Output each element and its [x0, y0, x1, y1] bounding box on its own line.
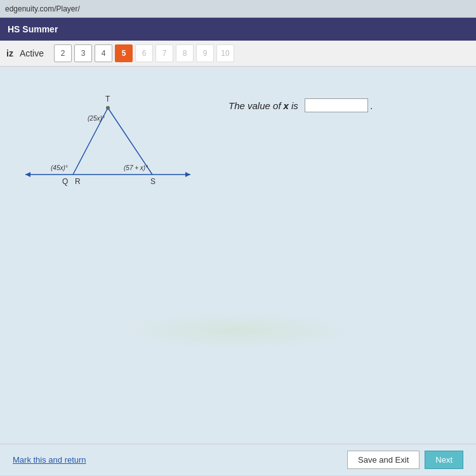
q-btn-4[interactable]: 4 [95, 44, 112, 62]
period: . [371, 100, 373, 111]
footer: Mark this and return Save and Exit Next [0, 444, 476, 475]
active-status: Active [20, 48, 44, 58]
svg-text:T: T [105, 95, 110, 103]
answer-input[interactable] [305, 98, 368, 112]
mark-return-link[interactable]: Mark this and return [13, 455, 86, 465]
svg-text:(57 + x)°: (57 + x)° [124, 164, 148, 171]
q-btn-2[interactable]: 2 [54, 44, 72, 62]
triangle-diagram: T Q R S (25x)° (45x)° (57 + x)° [19, 86, 197, 213]
q-btn-5[interactable]: 5 [115, 44, 133, 62]
svg-text:S: S [150, 177, 155, 186]
next-button[interactable]: Next [425, 451, 463, 469]
svg-text:Q: Q [62, 177, 68, 186]
question-numbers: 2 3 4 5 6 7 8 9 10 [54, 44, 234, 62]
diagram-area: T Q R S (25x)° (45x)° (57 + x)° [13, 79, 216, 431]
q-btn-8[interactable]: 8 [176, 44, 194, 62]
browser-bar: edgenuity.com/Player/ [0, 0, 476, 18]
svg-marker-1 [25, 172, 30, 177]
question-variable: x [284, 100, 289, 111]
svg-marker-2 [185, 172, 190, 177]
q-btn-7[interactable]: 7 [155, 44, 173, 62]
svg-text:R: R [75, 177, 81, 186]
svg-point-12 [106, 106, 110, 110]
top-nav: HS Summer [0, 18, 476, 41]
question-text-before: The value of [228, 100, 281, 111]
svg-text:(25x)°: (25x)° [88, 115, 105, 122]
q-btn-10[interactable]: 10 [216, 44, 234, 62]
svg-text:(45x)°: (45x)° [51, 164, 68, 171]
q-btn-9[interactable]: 9 [196, 44, 214, 62]
app-title: HS Summer [8, 24, 58, 34]
url-bar: edgenuity.com/Player/ [5, 4, 80, 13]
quiz-bar: iz Active 2 3 4 5 6 7 8 9 10 [0, 41, 476, 67]
q-btn-3[interactable]: 3 [74, 44, 92, 62]
question-area: The value of x is . [216, 79, 463, 431]
save-exit-button[interactable]: Save and Exit [347, 451, 420, 469]
q-btn-6[interactable]: 6 [135, 44, 153, 62]
quiz-label: iz [6, 48, 13, 58]
question-text-after: is [291, 100, 298, 111]
footer-buttons: Save and Exit Next [347, 451, 463, 469]
main-content: T Q R S (25x)° (45x)° (57 + x)° The valu… [0, 67, 476, 444]
